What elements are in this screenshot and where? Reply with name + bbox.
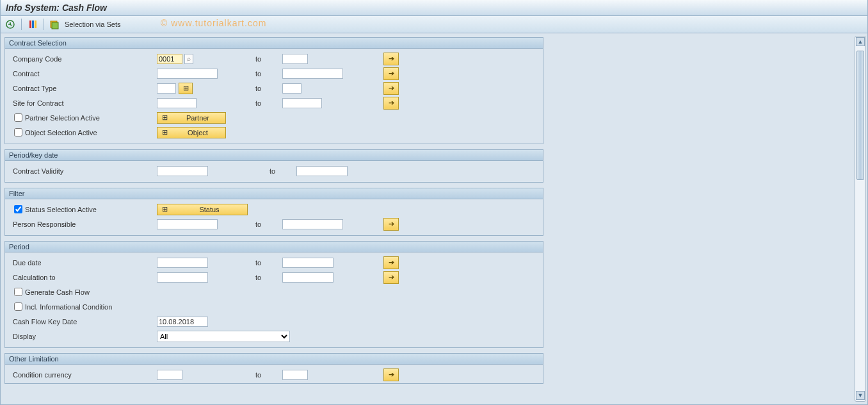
site-for-contract-label: Site for Contract <box>10 99 157 107</box>
object-selection-active-label: Object Selection Active <box>25 129 97 136</box>
scroll-down-icon[interactable]: ▼ <box>856 391 865 400</box>
contract-label: Contract <box>10 70 157 78</box>
to-label: to <box>253 274 282 281</box>
panel-header: Other Limitation <box>5 354 543 365</box>
selection-sets-icon[interactable] <box>49 19 60 30</box>
calculation-to-input[interactable] <box>282 272 334 283</box>
to-label: to <box>253 99 282 107</box>
contract-type-label: Contract Type <box>10 85 157 92</box>
person-responsible-multi-select-icon[interactable] <box>383 218 399 231</box>
sap-window: Info System: Cash Flow Selection via Set… <box>0 0 868 405</box>
contract-to-input[interactable] <box>282 69 343 79</box>
contract-type-to-input[interactable] <box>282 83 301 94</box>
form-column: Contract Selection Company Code to Contr <box>1 33 546 404</box>
to-label: to <box>267 167 296 175</box>
panel-header: Period <box>5 242 543 252</box>
contract-from-input[interactable] <box>157 69 218 79</box>
execute-icon[interactable] <box>4 19 16 30</box>
svg-rect-2 <box>32 21 34 28</box>
due-date-multi-select-icon[interactable] <box>383 256 399 269</box>
status-selection-active-label: Status Selection Active <box>25 206 97 213</box>
calculation-multi-select-icon[interactable] <box>383 271 399 284</box>
display-label: Display <box>10 333 157 340</box>
scroll-track[interactable] <box>856 48 865 390</box>
site-multi-select-icon[interactable] <box>383 97 399 110</box>
panel-filter: Filter Status Selection Active ⊞ Status <box>4 188 543 236</box>
selection-via-sets-button[interactable]: Selection via Sets <box>65 21 120 28</box>
panel-other-limitation: Other Limitation Condition currency to <box>4 353 543 384</box>
object-selection-active-checkbox[interactable] <box>14 128 22 136</box>
company-code-label: Company Code <box>10 55 157 63</box>
due-date-label: Due date <box>10 259 157 267</box>
incl-info-condition-label: Incl. Informational Condition <box>25 303 112 311</box>
panel-header: Period/key date <box>5 150 543 161</box>
contract-validity-to-input[interactable] <box>296 166 348 176</box>
contract-validity-label: Contract Validity <box>10 167 157 175</box>
panel-header: Filter <box>5 188 543 199</box>
partner-button[interactable]: ⊞ Partner <box>157 112 226 124</box>
object-button[interactable]: ⊞ Object <box>157 127 226 138</box>
contract-type-from-input[interactable] <box>157 83 176 94</box>
panel-period-key-date: Period/key date Contract Validity to <box>4 149 543 183</box>
expand-icon: ⊞ <box>160 205 169 214</box>
to-label: to <box>253 85 282 92</box>
svg-rect-1 <box>29 21 31 28</box>
generate-cash-flow-checkbox[interactable] <box>14 288 22 296</box>
variant-icon[interactable] <box>27 19 38 30</box>
display-select[interactable]: All <box>157 331 290 342</box>
partner-selection-active-checkbox[interactable] <box>14 113 22 122</box>
contract-type-multi-select-icon[interactable] <box>383 82 399 95</box>
condition-currency-multi-select-icon[interactable] <box>383 368 399 381</box>
to-label: to <box>253 371 282 379</box>
person-responsible-from-input[interactable] <box>157 219 218 229</box>
panel-header: Contract Selection <box>5 38 543 49</box>
company-code-f4-help-icon[interactable] <box>184 54 193 64</box>
panel-period: Period Due date to Calculation to to <box>4 241 543 348</box>
condition-currency-to-input[interactable] <box>282 370 308 380</box>
toolbar-separator <box>21 19 22 30</box>
to-label: to <box>253 220 282 228</box>
application-toolbar: Selection via Sets © www.tutorialkart.co… <box>0 16 868 33</box>
to-label: to <box>253 70 282 78</box>
status-button[interactable]: ⊞ Status <box>157 204 248 215</box>
title-bar: Info System: Cash Flow <box>0 0 868 16</box>
person-responsible-to-input[interactable] <box>282 219 343 229</box>
svg-rect-5 <box>52 22 58 29</box>
site-from-input[interactable] <box>157 98 197 108</box>
incl-info-condition-checkbox[interactable] <box>14 302 22 311</box>
contract-validity-from-input[interactable] <box>157 166 208 176</box>
condition-currency-from-input[interactable] <box>157 370 182 380</box>
contract-type-expand-icon[interactable]: ⊞ <box>179 83 193 94</box>
calculation-to-label: Calculation to <box>10 274 157 281</box>
cash-flow-key-date-label: Cash Flow Key Date <box>10 318 157 326</box>
company-code-from-input[interactable] <box>157 54 182 64</box>
to-label: to <box>253 259 282 267</box>
to-label: to <box>253 55 282 63</box>
status-selection-active-checkbox[interactable] <box>14 205 22 213</box>
company-code-to-input[interactable] <box>282 54 308 64</box>
scroll-thumb[interactable] <box>856 51 864 180</box>
right-gutter: ▲ ▼ <box>546 33 867 404</box>
toolbar-separator <box>44 19 44 30</box>
expand-icon: ⊞ <box>160 113 169 122</box>
partner-selection-active-label: Partner Selection Active <box>25 114 100 122</box>
contract-multi-select-icon[interactable] <box>383 67 399 80</box>
page-title: Info System: Cash Flow <box>6 3 107 13</box>
expand-icon: ⊞ <box>160 128 169 137</box>
svg-rect-3 <box>35 21 36 28</box>
person-responsible-label: Person Responsible <box>10 220 157 228</box>
condition-currency-label: Condition currency <box>10 371 157 379</box>
cash-flow-key-date-input[interactable] <box>157 317 208 327</box>
watermark: © www.tutorialkart.com <box>161 18 266 28</box>
due-date-from-input[interactable] <box>157 258 208 268</box>
company-code-multi-select-icon[interactable] <box>383 53 399 65</box>
generate-cash-flow-label: Generate Cash Flow <box>25 288 90 296</box>
panel-contract-selection: Contract Selection Company Code to Contr <box>4 37 543 144</box>
scroll-up-icon[interactable]: ▲ <box>856 37 865 46</box>
calculation-from-input[interactable] <box>157 272 208 283</box>
content-area: Contract Selection Company Code to Contr <box>0 33 868 405</box>
due-date-to-input[interactable] <box>282 258 334 268</box>
site-to-input[interactable] <box>282 98 322 108</box>
vertical-scrollbar[interactable]: ▲ ▼ <box>855 36 866 402</box>
